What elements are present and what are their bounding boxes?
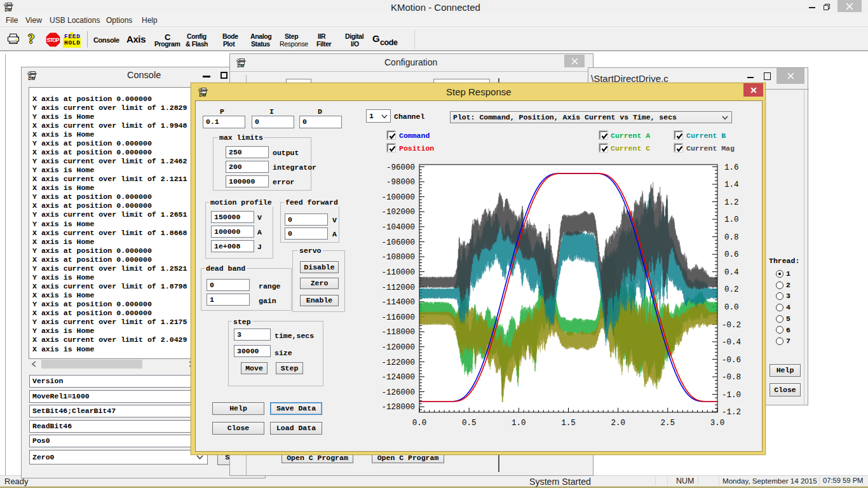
- svg-text:DM: DM: [5, 8, 12, 12]
- svg-text:DM: DM: [29, 76, 36, 81]
- svg-text:1.0: 1.0: [724, 215, 739, 224]
- svg-text:-1.0: -1.0: [722, 391, 741, 400]
- svg-text:1.0: 1.0: [512, 419, 526, 428]
- svg-text:-118000: -118000: [381, 328, 415, 337]
- svg-text:DM: DM: [200, 93, 207, 97]
- svg-text:2.0: 2.0: [611, 419, 625, 428]
- svg-text:-96000: -96000: [386, 163, 415, 172]
- svg-text:1.2: 1.2: [724, 198, 739, 207]
- svg-text:-1.2: -1.2: [722, 408, 741, 417]
- svg-text:-120000: -120000: [381, 343, 415, 352]
- svg-text:1.6: 1.6: [724, 163, 739, 172]
- svg-text:DM: DM: [238, 64, 245, 68]
- svg-text:-0.4: -0.4: [722, 338, 741, 347]
- svg-text:0.2: 0.2: [724, 285, 739, 294]
- svg-text:0.0: 0.0: [412, 419, 427, 428]
- svg-text:-0.2: -0.2: [722, 321, 741, 330]
- svg-text:-100000: -100000: [381, 193, 415, 202]
- svg-text:-128000: -128000: [381, 403, 415, 412]
- svg-text:0.6: 0.6: [724, 250, 739, 259]
- svg-text:STOP: STOP: [47, 37, 60, 43]
- svg-text:HOLD: HOLD: [64, 39, 80, 46]
- svg-text:1.5: 1.5: [561, 419, 576, 428]
- svg-text:0.8: 0.8: [724, 233, 739, 242]
- svg-text:-122000: -122000: [381, 358, 415, 367]
- svg-text:-0.8: -0.8: [722, 373, 741, 382]
- svg-text:0.0: 0.0: [724, 303, 739, 312]
- svg-text:-114000: -114000: [381, 298, 415, 307]
- svg-text:-112000: -112000: [381, 283, 415, 292]
- svg-text:-0.6: -0.6: [722, 356, 741, 365]
- svg-text:-110000: -110000: [381, 268, 415, 277]
- svg-text:0.5: 0.5: [462, 419, 477, 428]
- svg-text:-98000: -98000: [386, 178, 415, 187]
- svg-text:2.5: 2.5: [661, 419, 675, 428]
- svg-text:-108000: -108000: [381, 253, 415, 262]
- svg-text:-116000: -116000: [381, 313, 415, 322]
- svg-text:3.0: 3.0: [710, 419, 725, 428]
- svg-text:-102000: -102000: [381, 208, 415, 217]
- svg-text:0.4: 0.4: [724, 268, 739, 277]
- svg-text:-106000: -106000: [381, 238, 415, 247]
- svg-text:-124000: -124000: [381, 373, 415, 382]
- svg-text:1.4: 1.4: [724, 180, 739, 189]
- svg-text:-104000: -104000: [381, 223, 415, 232]
- svg-text:-126000: -126000: [381, 388, 415, 397]
